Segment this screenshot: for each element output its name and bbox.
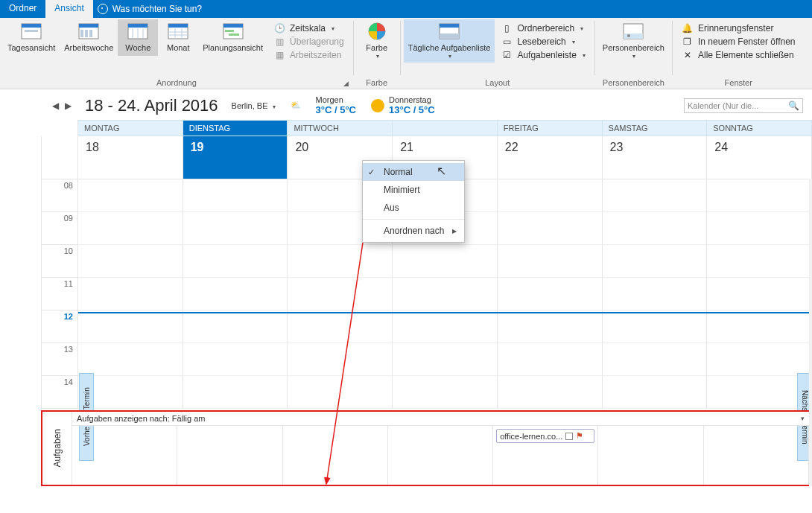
time-cell[interactable] — [603, 310, 708, 343]
task-day-column[interactable] — [177, 426, 282, 485]
time-cell[interactable] — [707, 245, 812, 278]
menu-item-aus[interactable]: Aus — [363, 199, 464, 217]
time-cell[interactable] — [183, 376, 288, 409]
task-checkbox[interactable] — [565, 433, 573, 440]
farbe-button[interactable]: Farbe ▾ — [357, 19, 397, 63]
alle-schliessen-button[interactable]: ✕Alle Elemente schließen — [680, 49, 797, 61]
tab-ordner[interactable]: Ordner — [0, 0, 45, 18]
menu-item-anordnen-nach[interactable]: Anordnen nach▶ — [363, 222, 464, 240]
scrollbar[interactable] — [809, 179, 812, 486]
day-header[interactable]: SAMSTAG — [603, 120, 708, 136]
time-cell[interactable] — [393, 343, 498, 376]
weather-today-icon: ⛅ — [291, 101, 301, 110]
tasks-header-dropdown[interactable]: ▾ — [801, 415, 805, 422]
time-cell[interactable] — [183, 179, 288, 212]
planungsansicht-button[interactable]: Planungsansicht — [198, 19, 267, 56]
tab-ansicht[interactable]: Ansicht — [45, 0, 92, 18]
time-cell[interactable] — [78, 376, 183, 409]
prev-week-button[interactable]: ◀ — [52, 101, 59, 111]
time-cell[interactable] — [288, 376, 393, 409]
time-cell[interactable] — [498, 310, 603, 343]
calendar-search-input[interactable]: Kalender (Nur die... 🔍 — [684, 98, 803, 113]
time-cell[interactable] — [393, 310, 498, 343]
time-cell[interactable] — [707, 343, 812, 376]
neues-fenster-button[interactable]: ❐In neuem Fenster öffnen — [680, 36, 797, 48]
tell-me-search[interactable]: Was möchten Sie tun? — [98, 0, 202, 18]
menu-item-normal[interactable]: ✓Normal — [363, 163, 464, 181]
day-header[interactable]: DIENSTAG — [183, 120, 288, 136]
day-number-cell[interactable]: 23 — [603, 136, 708, 179]
time-cell[interactable] — [603, 376, 708, 409]
next-week-button[interactable]: ▶ — [65, 101, 72, 111]
task-day-column[interactable] — [388, 426, 493, 485]
zeitskala-button[interactable]: 🕒Zeitskala▾ — [272, 22, 346, 34]
group-fenster-title: Fenster — [676, 78, 802, 89]
time-cell[interactable] — [183, 245, 288, 278]
time-cell[interactable] — [603, 212, 708, 245]
time-cell[interactable] — [183, 343, 288, 376]
time-cell[interactable] — [603, 245, 708, 278]
erinnerungsfenster-button[interactable]: 🔔Erinnerungsfenster — [680, 22, 797, 34]
day-number-cell[interactable]: 18 — [78, 136, 183, 179]
tagesansicht-button[interactable]: Tagesansicht — [3, 19, 60, 56]
time-cell[interactable] — [707, 376, 812, 409]
ordnerbereich-button[interactable]: ▯Ordnerbereich▾ — [499, 22, 586, 34]
day-header[interactable]: MITTWOCH — [288, 120, 393, 136]
svg-rect-25 — [440, 24, 459, 28]
time-cell[interactable] — [183, 278, 288, 310]
day-header[interactable]: FREITAG — [498, 120, 603, 136]
time-cell[interactable] — [707, 212, 812, 245]
time-cell[interactable] — [78, 179, 183, 212]
time-cell[interactable] — [183, 212, 288, 245]
lesebereich-button[interactable]: ▭Lesebereich▾ — [499, 36, 586, 48]
time-cell[interactable] — [498, 278, 603, 310]
time-cell[interactable] — [707, 179, 812, 212]
weather-city[interactable]: Berlin, BE▾ — [232, 101, 276, 110]
time-cell[interactable] — [707, 278, 812, 310]
monat-button[interactable]: Monat — [158, 19, 198, 56]
task-day-column[interactable] — [283, 426, 388, 485]
time-cell[interactable] — [393, 245, 498, 278]
time-cell[interactable] — [183, 310, 288, 343]
time-cell[interactable] — [288, 343, 393, 376]
time-cell[interactable] — [78, 212, 183, 245]
day-number-cell[interactable]: 24 — [707, 136, 812, 179]
day-header[interactable]: MONTAG — [78, 120, 183, 136]
task-day-column[interactable] — [704, 426, 809, 485]
woche-button[interactable]: Woche — [118, 19, 158, 56]
time-cell[interactable] — [603, 179, 708, 212]
flag-icon[interactable]: ⚑ — [576, 431, 583, 441]
time-cell[interactable] — [393, 376, 498, 409]
dialog-launcher-icon[interactable]: ◢ — [343, 80, 349, 87]
personenbereich-button[interactable]: Personenbereich ▾ — [598, 19, 669, 63]
task-day-column[interactable] — [72, 426, 177, 485]
task-day-column[interactable] — [598, 426, 703, 485]
day-header[interactable] — [393, 120, 498, 136]
task-item[interactable]: office-lernen.co...⚑ — [496, 429, 594, 443]
arbeitswoche-button[interactable]: Arbeitswoche — [60, 19, 118, 56]
aufgabenleiste-button[interactable]: ☑Aufgabenleiste▾ — [499, 49, 586, 61]
time-cell[interactable] — [498, 376, 603, 409]
hour-label: 11 — [41, 278, 78, 310]
time-cell[interactable] — [498, 245, 603, 278]
time-cell[interactable] — [288, 278, 393, 310]
time-cell[interactable] — [78, 245, 183, 278]
day-number-cell[interactable]: 19 — [183, 136, 288, 179]
time-cell[interactable] — [603, 278, 708, 310]
day-number-cell[interactable]: 22 — [498, 136, 603, 179]
time-cell[interactable] — [498, 212, 603, 245]
taegliche-aufgabenliste-button[interactable]: Tägliche Aufgabenliste ▾ — [404, 19, 495, 63]
time-cell[interactable] — [78, 310, 183, 343]
time-cell[interactable] — [288, 310, 393, 343]
time-cell[interactable] — [498, 179, 603, 212]
task-day-column[interactable]: office-lernen.co...⚑ — [493, 426, 598, 485]
time-cell[interactable] — [707, 310, 812, 343]
time-cell[interactable] — [393, 278, 498, 310]
time-cell[interactable] — [78, 343, 183, 376]
time-cell[interactable] — [288, 245, 393, 278]
time-cell[interactable] — [78, 278, 183, 310]
menu-item-minimiert[interactable]: Minimiert — [363, 181, 464, 199]
time-cell[interactable] — [498, 343, 603, 376]
time-cell[interactable] — [603, 343, 708, 376]
day-header[interactable]: SONNTAG — [707, 120, 812, 136]
